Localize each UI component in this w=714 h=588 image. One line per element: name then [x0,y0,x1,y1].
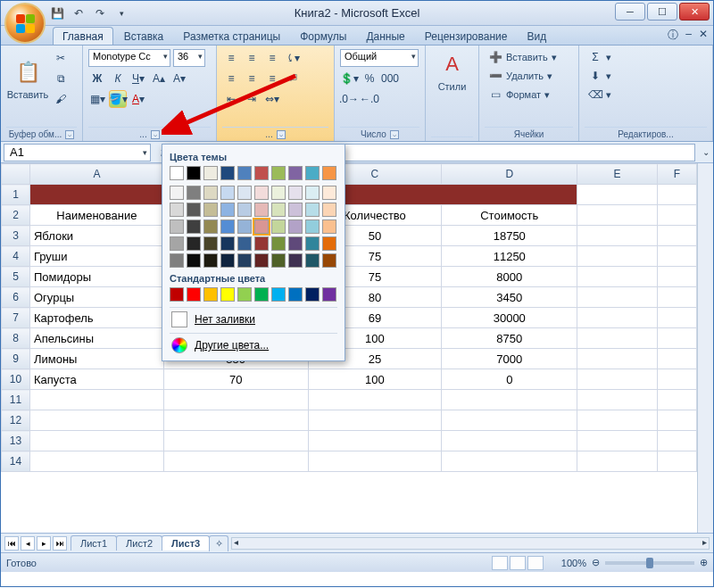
color-swatch[interactable] [170,186,184,200]
color-swatch[interactable] [203,186,218,200]
color-swatch[interactable] [288,219,303,234]
color-swatch[interactable] [288,186,303,200]
save-icon[interactable]: 💾 [49,5,65,21]
color-swatch[interactable] [187,219,201,234]
zoom-in-icon[interactable]: ⊕ [700,557,708,568]
normal-view-icon[interactable] [492,556,508,570]
orientation-icon[interactable]: ⤹▾ [284,49,302,67]
decrease-decimal-icon[interactable]: ←.0 [361,90,378,108]
decrease-indent-icon[interactable]: ⇤ [222,90,240,108]
cells-delete-button[interactable]: ➖Удалить ▾ [485,68,573,84]
cell[interactable]: 0 [442,369,577,390]
row-header[interactable]: 10 [2,369,30,390]
cell[interactable] [658,287,697,308]
close-doc-icon[interactable]: ✕ [699,28,708,43]
nav-first-icon[interactable]: ⏮ [4,536,19,551]
color-swatch[interactable] [170,253,184,268]
color-swatch[interactable] [271,203,286,217]
color-swatch[interactable] [305,186,320,200]
color-swatch[interactable] [254,287,269,302]
color-swatch[interactable] [305,166,320,180]
color-swatch[interactable] [220,236,235,251]
color-swatch[interactable] [271,253,286,268]
nav-last-icon[interactable]: ⏭ [53,536,67,551]
cell[interactable]: Лимоны [29,349,163,369]
row-header[interactable]: 12 [2,410,30,431]
row-header[interactable]: 13 [2,431,30,451]
select-all-corner[interactable] [2,164,30,185]
pagebreak-view-icon[interactable] [527,556,544,570]
color-swatch[interactable] [203,236,218,251]
color-swatch[interactable] [187,253,201,268]
row-header[interactable]: 6 [2,287,30,308]
name-box[interactable]: A1 [4,144,151,161]
bold-icon[interactable]: Ж [88,70,106,87]
color-swatch[interactable] [305,253,320,268]
row-header[interactable]: 8 [2,328,30,349]
borders-icon[interactable]: ▦▾ [88,90,106,108]
color-swatch[interactable] [288,166,303,180]
percent-icon[interactable]: % [361,70,378,87]
color-swatch[interactable] [288,203,303,217]
undo-icon[interactable]: ↶ [71,5,87,21]
font-size-combo[interactable]: 36 [173,49,205,67]
color-swatch[interactable] [237,253,252,268]
color-swatch[interactable] [187,203,201,217]
color-swatch[interactable] [220,287,235,302]
cell[interactable]: 18750 [442,226,577,246]
cut-icon[interactable]: ✂ [52,49,70,67]
new-sheet-icon[interactable]: ✧ [209,535,228,551]
color-swatch[interactable] [203,166,218,180]
clear-button[interactable]: ⌫▾ [585,87,707,103]
color-swatch[interactable] [271,186,286,200]
no-fill-item[interactable]: Нет заливки [170,307,337,331]
cell[interactable] [658,267,697,287]
cell[interactable]: Апельсины [29,328,163,349]
color-swatch[interactable] [254,203,269,217]
cell[interactable] [658,308,697,328]
cells-format-button[interactable]: ▭Формат ▾ [485,87,573,103]
color-swatch[interactable] [305,203,320,217]
cell[interactable] [29,410,163,431]
zoom-out-icon[interactable]: ⊖ [592,557,600,568]
color-swatch[interactable] [237,166,252,180]
close-button[interactable]: ✕ [679,3,710,21]
color-swatch[interactable] [254,219,269,234]
row-header[interactable]: 14 [2,451,30,472]
cells-insert-button[interactable]: ➕Вставить ▾ [485,49,573,65]
italic-icon[interactable]: К [109,70,127,87]
cell[interactable]: Стоимость [442,205,577,226]
cell[interactable] [29,431,163,451]
color-swatch[interactable] [170,219,184,234]
color-swatch[interactable] [220,166,235,180]
color-swatch[interactable] [322,203,336,217]
color-swatch[interactable] [237,203,252,217]
tab-page-layout[interactable]: Разметка страницы [174,28,289,45]
help-icon[interactable]: ⓘ [668,28,678,43]
align-bottom-icon[interactable]: ≡ [263,49,281,67]
cell[interactable] [577,267,658,287]
cell[interactable] [658,205,697,226]
col-header[interactable]: A [29,164,163,185]
underline-icon[interactable]: Ч▾ [129,70,147,87]
color-swatch[interactable] [203,219,218,234]
row-header[interactable]: 9 [2,349,30,369]
tab-formulas[interactable]: Формулы [291,28,355,45]
cell[interactable]: 8750 [442,328,577,349]
color-swatch[interactable] [220,219,235,234]
col-header[interactable]: F [658,164,697,185]
color-swatch[interactable] [170,166,184,180]
cell[interactable] [577,287,658,308]
more-colors-item[interactable]: Другие цвета... [170,333,337,357]
color-swatch[interactable] [203,287,218,302]
cell[interactable] [658,185,697,205]
tab-insert[interactable]: Вставка [115,28,173,45]
cell[interactable]: Помидоры [29,267,163,287]
color-swatch[interactable] [288,253,303,268]
color-swatch[interactable] [288,236,303,251]
cell[interactable] [658,226,697,246]
fill-button[interactable]: ⬇▾ [585,68,707,84]
dialog-launcher-icon[interactable]: ⌵ [65,130,74,139]
wrap-text-icon[interactable]: ⏎ [284,70,302,87]
cell[interactable]: Огурцы [29,287,163,308]
